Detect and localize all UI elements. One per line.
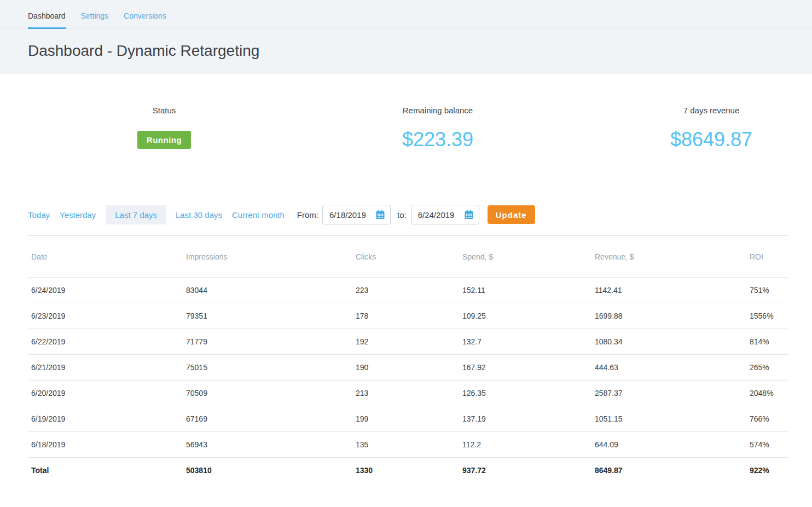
cell-date: 6/21/2019 — [28, 355, 183, 381]
stats-table: Date Impressions Clicks Spend, $ Revenue… — [28, 235, 788, 483]
stat-status: Status Running — [27, 106, 301, 151]
page-header: Dashboard Settings Conversions Dashboard… — [0, 0, 812, 74]
cell-date: 6/22/2019 — [28, 329, 183, 355]
cell-impressions: 71779 — [183, 329, 352, 355]
calendar-icon[interactable] — [463, 209, 474, 220]
to-label: to: — [397, 210, 407, 220]
preset-current-month[interactable]: Current month — [232, 210, 285, 220]
table-row: 6/18/2019 56943 135 112.2 644.09 574% — [28, 432, 788, 458]
tab-conversions[interactable]: Conversions — [124, 11, 166, 28]
cell-impressions: 67169 — [183, 406, 352, 432]
cell-roi: 751% — [746, 278, 788, 303]
cell-impressions: 75015 — [183, 355, 352, 381]
col-header-roi: ROI — [746, 236, 788, 278]
cell-clicks: 223 — [352, 278, 459, 303]
stat-balance: Remaining balance $223.39 — [301, 106, 575, 151]
cell-date: 6/19/2019 — [28, 406, 183, 432]
page-title: Dashboard - Dynamic Retargeting — [0, 29, 812, 59]
cell-date: 6/18/2019 — [28, 432, 183, 458]
revenue-value: $8649.87 — [670, 128, 752, 151]
cell-roi: 766% — [746, 406, 788, 432]
cell-revenue: 444.63 — [591, 355, 746, 381]
total-spend: 937.72 — [459, 458, 591, 483]
balance-value: $223.39 — [402, 128, 473, 151]
balance-label: Remaining balance — [301, 106, 575, 115]
cell-revenue: 1080.34 — [591, 329, 746, 355]
cell-clicks: 178 — [352, 303, 459, 329]
preset-today[interactable]: Today — [28, 210, 50, 220]
from-label: From: — [297, 210, 318, 220]
cell-roi: 1556% — [746, 303, 788, 329]
preset-last-30-days[interactable]: Last 30 days — [176, 210, 222, 220]
col-header-revenue: Revenue, $ — [591, 236, 746, 278]
table-row: 6/24/2019 83044 223 152.11 1142.41 751% — [28, 278, 788, 303]
cell-spend: 132.7 — [459, 329, 591, 355]
cell-spend: 126.35 — [459, 381, 591, 406]
cell-roi: 2048% — [746, 381, 788, 406]
cell-spend: 167.92 — [459, 355, 591, 381]
cell-spend: 112.2 — [459, 432, 591, 458]
cell-revenue: 1142.41 — [591, 278, 746, 303]
table-row: 6/20/2019 70509 213 126.35 2587.37 2048% — [28, 381, 788, 406]
table-total-row: Total 503810 1330 937.72 8649.87 922% — [28, 458, 788, 483]
col-header-clicks: Clicks — [352, 236, 459, 278]
preset-yesterday[interactable]: Yesterday — [60, 210, 96, 220]
col-header-impressions: Impressions — [183, 236, 352, 278]
total-label: Total — [28, 458, 183, 483]
table-row: 6/22/2019 71779 192 132.7 1080.34 814% — [28, 329, 788, 355]
revenue-label: 7 days revenue — [575, 106, 812, 115]
cell-impressions: 83044 — [183, 278, 352, 303]
filter-bar: Today Yesterday Last 7 days Last 30 days… — [28, 205, 812, 224]
cell-impressions: 79351 — [183, 303, 352, 329]
cell-spend: 152.11 — [459, 278, 591, 303]
cell-clicks: 190 — [352, 355, 459, 381]
update-button[interactable]: Update — [488, 205, 535, 224]
cell-impressions: 70509 — [183, 381, 352, 406]
table-row: 6/21/2019 75015 190 167.92 444.63 265% — [28, 355, 788, 381]
cell-roi: 574% — [746, 432, 788, 458]
cell-revenue: 644.09 — [591, 432, 746, 458]
tab-settings[interactable]: Settings — [81, 11, 109, 28]
total-revenue: 8649.87 — [591, 458, 746, 483]
total-roi: 922% — [746, 458, 788, 483]
cell-revenue: 1051.15 — [591, 406, 746, 432]
cell-clicks: 192 — [352, 329, 459, 355]
cell-revenue: 2587.37 — [591, 381, 746, 406]
tab-bar: Dashboard Settings Conversions — [0, 0, 812, 29]
total-impressions: 503810 — [183, 458, 352, 483]
table-row: 6/23/2019 79351 178 109.25 1699.88 1556% — [28, 303, 788, 329]
cell-roi: 265% — [746, 355, 788, 381]
table-header-row: Date Impressions Clicks Spend, $ Revenue… — [28, 236, 788, 278]
stats-row: Status Running Remaining balance $223.39… — [27, 106, 812, 151]
cell-clicks: 199 — [352, 406, 459, 432]
table-row: 6/19/2019 67169 199 137.19 1051.15 766% — [28, 406, 788, 432]
status-badge: Running — [137, 131, 191, 149]
cell-date: 6/23/2019 — [28, 303, 183, 329]
cell-roi: 814% — [746, 329, 788, 355]
cell-spend: 109.25 — [459, 303, 591, 329]
cell-spend: 137.19 — [459, 406, 591, 432]
status-label: Status — [27, 106, 301, 115]
cell-clicks: 135 — [352, 432, 459, 458]
col-header-date: Date — [28, 236, 183, 278]
calendar-icon[interactable] — [375, 209, 386, 220]
date-from-field — [322, 205, 391, 224]
date-from-input[interactable] — [329, 210, 375, 220]
cell-date: 6/24/2019 — [28, 278, 183, 303]
cell-revenue: 1699.88 — [591, 303, 746, 329]
date-to-input[interactable] — [418, 210, 463, 220]
stat-revenue: 7 days revenue $8649.87 — [575, 106, 812, 151]
col-header-spend: Spend, $ — [459, 236, 591, 278]
total-clicks: 1330 — [352, 458, 459, 483]
cell-date: 6/20/2019 — [28, 381, 183, 406]
date-to-field — [411, 205, 479, 224]
cell-impressions: 56943 — [183, 432, 352, 458]
preset-last-7-days[interactable]: Last 7 days — [106, 205, 166, 224]
cell-clicks: 213 — [352, 381, 459, 406]
tab-dashboard[interactable]: Dashboard — [28, 11, 66, 28]
